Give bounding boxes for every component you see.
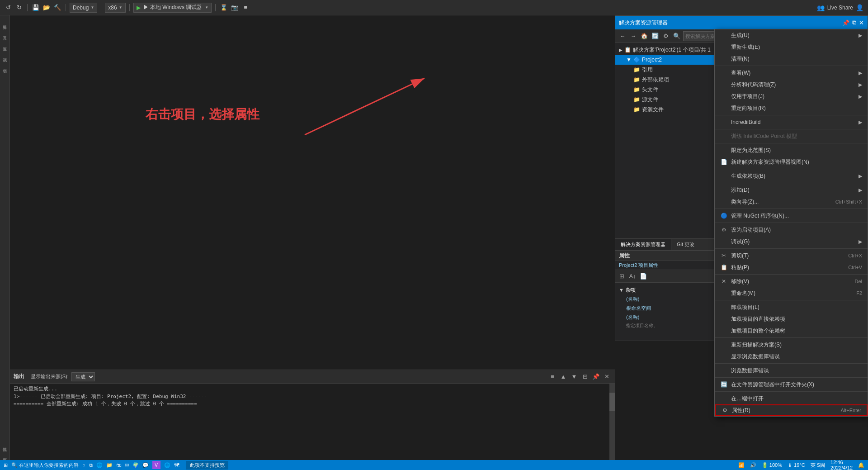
test-icon[interactable]: 测试 [1,51,9,59]
se-close-icon[interactable]: ✕ [859,19,864,26]
redo-icon[interactable]: ↻ [14,3,24,12]
cm-load-full[interactable]: 加载项目的整个依赖树 [715,325,868,337]
undo-icon[interactable]: ↺ [4,3,13,12]
cm-view[interactable]: 查看(W) ▶ [715,67,868,79]
cm-clean[interactable]: 清理(N) [715,53,868,65]
cm-gen-dep[interactable]: 生成依赖项(B) ▶ [715,170,868,182]
se-settings-icon[interactable]: ⚙ [661,32,670,41]
cm-rename[interactable]: 重命名(M) F2 [715,287,868,299]
cm-load-direct[interactable]: 加载项目的直接依赖项 [715,313,868,325]
se-pin-icon[interactable]: 📌 [842,19,849,26]
cm-clean-label: 清理(N) [731,55,750,63]
op-clear-icon[interactable]: ⊟ [580,372,590,381]
sb-vs-icon[interactable]: V [152,461,160,469]
cm-unload[interactable]: 卸载项目(L) [715,301,868,313]
doc-icon[interactable]: 文档 [1,62,9,70]
cm-properties-label: 属性(R) [732,407,750,414]
sb-store-icon[interactable]: 🛍 [116,462,121,468]
sb-taskview-icon[interactable]: ⧉ [89,462,93,468]
se-forward-icon[interactable]: → [629,32,638,41]
se-home-icon[interactable]: 🏠 [640,32,649,41]
cm-remove[interactable]: ✕ 移除(V) Del [715,275,868,287]
prop-cat-icon[interactable]: ⊞ [617,272,626,281]
cm-sep-8 [715,223,868,223]
cm-rescan[interactable]: 重新扫描解决方案(S) [715,339,868,351]
sb-lang[interactable]: 英 S圆 [811,462,825,469]
cm-nuget[interactable]: 🔵 管理 NuGet 程序包(N)... [715,210,868,222]
toolbox-icon[interactable]: 工具 [1,29,9,37]
cm-show-db-errors[interactable]: 显示浏览数据库错误 [715,351,868,362]
cm-set-startup[interactable]: ⚙ 设为启动项目(A) [715,224,868,236]
top-toolbar: ↺ ↻ 💾 📂 🔨 Debug ▼ x86 ▼ ▶ ▶ 本地 Windows 调… [0,0,868,15]
cm-paste[interactable]: 📋 粘贴(P) Ctrl+V [715,261,868,273]
cm-incredibuild[interactable]: IncrediiBuild ▶ [715,116,868,128]
cm-cut[interactable]: ✂ 剪切(T) Ctrl+X [715,250,868,261]
cm-analyze[interactable]: 分析和代码清理(Z) ▶ [715,79,868,90]
se-float-icon[interactable]: ⧉ [852,19,856,26]
cm-project-only[interactable]: 仅用于项目(J) ▶ [715,90,868,102]
op-close-icon[interactable]: ✕ [602,372,611,381]
output-scroll-thumb[interactable] [609,393,615,411]
sb-wechat-icon[interactable]: 💬 [142,462,149,468]
props-icon[interactable]: 属性 [1,440,9,448]
cm-rebuild[interactable]: 重新生成(E) [715,41,868,53]
server-explorer-icon[interactable]: 服务 [1,18,9,26]
cm-build[interactable]: 生成(U) ▶ [715,29,868,41]
cm-properties[interactable]: ⚙ 属性(R) Alt+Enter [715,404,868,416]
sb-windows-icon[interactable]: ⊞ [4,462,8,468]
se-back-icon[interactable]: ← [618,32,627,41]
cm-open-folder[interactable]: 🔄 在文件资源管理器中打开文件夹(X) [715,379,868,390]
cm-intellicode[interactable]: 训练 IntelliCode Poirot 模型 [715,130,868,142]
op-up-icon[interactable]: ▲ [559,372,568,381]
cm-retarget[interactable]: 重定向项目(R) [715,102,868,114]
se-tab-solution[interactable]: 解决方案资源管理器 [615,239,671,250]
sb-battery-icon[interactable]: 🔋 100% [762,462,782,468]
resource-icon[interactable]: 资源 [1,40,9,48]
save-icon[interactable]: 💾 [31,3,40,12]
live-share-button[interactable]: 👥 Live Share 👤 [817,0,863,15]
sb-search[interactable]: 🔍 在这里输入你要搜索的内容 [11,462,79,469]
op-source-select[interactable]: 生成 [71,372,95,381]
sb-mail-icon[interactable]: ✉ [125,462,129,468]
camera-icon[interactable]: 📷 [230,3,239,12]
sb-cortana-icon[interactable]: ○ [82,462,85,468]
prop-alpha-icon[interactable]: A↓ [628,272,637,281]
cm-browse-db-errors[interactable]: 浏览数据库错误 [715,365,868,376]
cm-debug[interactable]: 调试(G) ▶ [715,236,868,247]
cm-scope[interactable]: 限定为此范围(S) [715,144,868,156]
sb-sound-icon[interactable]: 🔊 [750,462,756,468]
platform-dropdown[interactable]: x86 ▼ [105,3,125,13]
se-tab-git[interactable]: Git 更改 [671,239,700,250]
se-resource-label: 资源文件 [642,106,664,114]
sb-edge-icon[interactable]: 🌐 [96,462,103,468]
output-scrollbar[interactable] [609,384,615,460]
output-line-1: 已启动重新生成... [14,385,611,393]
cm-class-wizard[interactable]: 类向导(Z)... Ctrl+Shift+X [715,196,868,208]
build-icon[interactable]: 🔨 [53,3,62,12]
sb-temp[interactable]: 🌡 19°C [788,462,805,468]
sb-maps2-icon[interactable]: 🗺 [174,462,179,468]
sb-maps-icon[interactable]: 🌍 [132,462,139,468]
cm-open-terminal[interactable]: 在…端中打开 [715,393,868,404]
se-filter-icon[interactable]: 🔍 [672,32,681,41]
cm-add[interactable]: 添加(D) ▶ [715,184,868,196]
cm-build-arrow: ▶ [859,33,862,38]
op-down-icon[interactable]: ▼ [570,372,579,381]
sb-chrome-icon[interactable]: 🌐 [164,462,170,468]
run-button[interactable]: ▶ ▶ 本地 Windows 调试器 ▼ [133,3,212,13]
history-icon[interactable]: 历史 [1,451,9,459]
debug-config-dropdown[interactable]: Debug ▼ [70,3,97,13]
se-refresh-icon[interactable]: 🔄 [651,32,660,41]
sb-notification-icon[interactable]: 🔔 [858,462,864,468]
run-label: ▶ 本地 Windows 调试器 [143,4,203,11]
git-icon[interactable]: ⌛ [219,3,228,12]
cm-sep-1 [715,66,868,66]
prop-page-icon[interactable]: 📄 [639,272,648,281]
sb-folder-icon[interactable]: 📁 [106,462,113,468]
op-pin-icon[interactable]: 📌 [591,372,600,381]
open-icon[interactable]: 📂 [42,3,51,12]
sb-network-icon[interactable]: 📶 [738,462,745,468]
op-wrap-icon[interactable]: ≡ [548,372,557,381]
cm-new-view[interactable]: 📄 新建解决方案资源管理器视图(N) [715,156,868,168]
more-icon[interactable]: ≡ [241,3,250,12]
